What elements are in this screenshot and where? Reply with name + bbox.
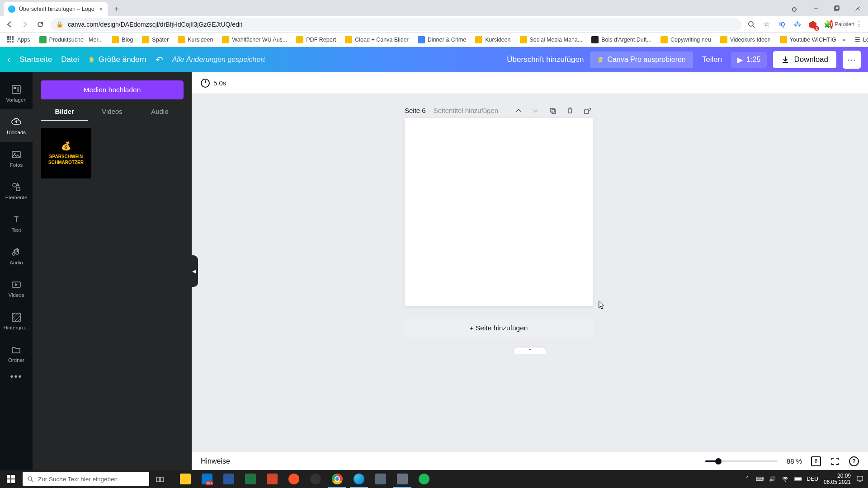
design-title[interactable]: Überschrift hinzufügen <box>507 55 584 64</box>
tab-audio[interactable]: Audio <box>136 108 184 121</box>
bookmark-item[interactable]: Wahlfächer WU Aus... <box>219 34 290 45</box>
bookmark-item[interactable]: Blog <box>109 34 136 45</box>
rail-audio[interactable]: Audio <box>0 239 33 272</box>
rail-elements[interactable]: Elemente <box>0 174 33 207</box>
account-indicator-icon[interactable] <box>792 7 797 12</box>
tray-expand-icon[interactable]: ˄ <box>744 475 751 483</box>
bookmark-item[interactable]: Kursideen <box>175 34 216 45</box>
more-menu-button[interactable]: ⋯ <box>843 51 861 69</box>
home-link[interactable]: Startseite <box>19 55 52 64</box>
file-menu[interactable]: Datei <box>61 55 79 64</box>
task-app2[interactable] <box>392 470 413 488</box>
tab-images[interactable]: Bilder <box>41 108 88 121</box>
canvas-scroll-area[interactable]: Seite 6 - Seitentitel hinzufügen + Seite <box>192 94 868 452</box>
nav-forward-button[interactable] <box>20 19 30 29</box>
add-page-button[interactable]: + Seite hinzufügen <box>405 319 593 338</box>
window-minimize-button[interactable] <box>806 1 826 15</box>
rail-background[interactable]: Hintergru... <box>0 305 33 337</box>
back-home-icon[interactable]: ‹ <box>7 54 10 66</box>
bookmark-item[interactable]: Videokurs Ideen <box>717 34 774 45</box>
reading-list-button[interactable]: ☰Leseliste <box>852 34 868 45</box>
duplicate-page-button[interactable] <box>549 107 558 114</box>
browser-menu-button[interactable]: ⋮ <box>854 20 863 29</box>
tray-wifi-icon[interactable] <box>782 475 789 483</box>
present-button[interactable]: ▶1:25 <box>731 52 767 68</box>
bookmark-item[interactable]: Produktsuche - Mer... <box>37 34 106 45</box>
nav-back-button[interactable] <box>5 19 14 29</box>
tray-volume-icon[interactable]: 🔊 <box>769 475 776 483</box>
profile-chip[interactable]: T Pausiert <box>839 20 848 29</box>
tab-videos[interactable]: Videos <box>88 108 136 121</box>
tray-language[interactable]: DEU <box>807 476 818 482</box>
page-timing-button[interactable]: 5.0s <box>201 79 226 88</box>
move-page-up-button[interactable] <box>515 107 524 114</box>
canvas-page[interactable] <box>405 118 593 306</box>
bookmark-item[interactable]: PDF Report <box>293 34 339 45</box>
page-title-input[interactable]: Seitentitel hinzufügen <box>434 107 498 114</box>
new-tab-button[interactable]: + <box>110 3 123 15</box>
close-tab-icon[interactable]: × <box>99 5 103 13</box>
bookmark-item[interactable]: Kursideen <box>472 34 513 45</box>
task-obs[interactable] <box>305 470 326 488</box>
window-close-button[interactable] <box>847 1 868 15</box>
tray-notifications-icon[interactable] <box>856 475 863 483</box>
rail-videos[interactable]: Videos <box>0 272 33 305</box>
zoom-slider-thumb[interactable] <box>715 458 722 465</box>
rail-uploads[interactable]: Uploads <box>0 109 33 142</box>
try-pro-button[interactable]: ♛Canva Pro ausprobieren <box>590 52 693 68</box>
notes-button[interactable]: Hinweise <box>201 457 230 465</box>
bookmark-apps[interactable]: Apps <box>5 34 33 45</box>
zoom-slider[interactable] <box>705 460 778 462</box>
bookmark-item[interactable]: Später <box>139 34 171 45</box>
share-button[interactable]: Teilen <box>699 55 725 64</box>
task-excel[interactable] <box>240 470 261 488</box>
upload-thumbnail[interactable]: 💰 SPARSCHWEIN SCHMAROTZER <box>41 128 91 178</box>
task-chrome[interactable] <box>326 470 348 488</box>
nav-reload-button[interactable] <box>35 19 45 29</box>
rail-more-button[interactable]: ••• <box>10 371 22 382</box>
tray-clock[interactable]: 20:09 06.05.2021 <box>824 473 851 486</box>
tray-input-icon[interactable]: ⌨ <box>756 475 764 483</box>
rail-templates[interactable]: Vorlagen <box>0 77 33 109</box>
extension-adblock-icon[interactable] <box>808 20 817 29</box>
task-app1[interactable] <box>370 470 392 488</box>
task-view-button[interactable] <box>149 470 171 488</box>
rail-photos[interactable]: Fotos <box>0 142 33 174</box>
task-spotify[interactable] <box>413 470 435 488</box>
browser-tab-active[interactable]: Überschrift hinzufügen – Logo × <box>4 2 108 16</box>
rail-folders[interactable]: Ordner <box>0 337 33 370</box>
help-button[interactable]: ? <box>849 456 859 466</box>
task-brave[interactable] <box>283 470 305 488</box>
start-button[interactable] <box>0 470 22 488</box>
taskbar-search[interactable]: Zur Suche Text hier eingeben <box>23 472 149 486</box>
undo-button[interactable]: ↶ <box>156 54 163 65</box>
bookmark-item[interactable]: Social Media Mana... <box>517 34 585 45</box>
task-mail[interactable]: 99+ <box>196 470 218 488</box>
rail-text[interactable]: TText <box>0 207 33 239</box>
bookmark-item[interactable]: Dinner & Crime <box>415 34 469 45</box>
extension-iq-icon[interactable]: IQ <box>778 20 787 29</box>
expand-timeline-button[interactable]: ⌃ <box>514 347 546 354</box>
bookmark-item[interactable]: Bois d'Argent Duft... <box>589 34 654 45</box>
task-explorer[interactable] <box>175 470 196 488</box>
delete-page-button[interactable] <box>566 107 576 114</box>
zoom-level[interactable]: 88 % <box>787 457 802 465</box>
bookmarks-overflow-icon[interactable]: » <box>843 37 846 43</box>
task-word[interactable] <box>218 470 240 488</box>
bookmark-item[interactable]: Cload + Canva Bilder <box>342 34 411 45</box>
task-edge[interactable] <box>348 470 370 488</box>
page-more-button[interactable] <box>584 107 593 114</box>
task-powerpoint[interactable] <box>261 470 283 488</box>
window-maximize-button[interactable] <box>826 1 847 15</box>
bookmark-star-icon[interactable]: ☆ <box>762 20 771 29</box>
extension-translate-icon[interactable]: ⁂ <box>793 20 802 29</box>
page-grid-button[interactable]: 6 <box>811 456 821 466</box>
fullscreen-button[interactable] <box>830 456 840 466</box>
download-button[interactable]: Download <box>773 51 836 68</box>
bookmark-item[interactable]: Youtube WICHTIG <box>777 34 839 45</box>
bookmark-item[interactable]: Copywriting neu <box>658 34 714 45</box>
resize-button[interactable]: ♛Größe ändern <box>88 55 146 65</box>
zoom-icon[interactable] <box>747 20 756 29</box>
tray-battery-icon[interactable] <box>794 475 802 483</box>
url-input[interactable]: 🔒 canva.com/design/DAEdomzscjl/drBfjHdCo… <box>51 18 741 31</box>
